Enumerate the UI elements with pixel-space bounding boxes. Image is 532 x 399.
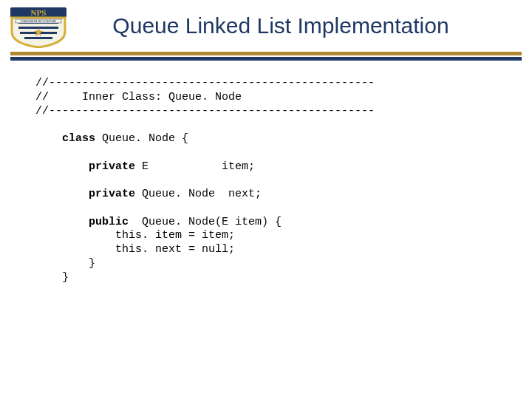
code-private1-keyword: private: [89, 160, 135, 173]
nps-logo: NPS PRAESTANTIA PER SCIENTIAM: [9, 6, 68, 49]
logo-motto-text: PRAESTANTIA PER SCIENTIAM: [21, 20, 56, 23]
slide: NPS PRAESTANTIA PER SCIENTIAM Queue Link…: [0, 0, 532, 399]
shield-icon: NPS PRAESTANTIA PER SCIENTIAM: [10, 7, 67, 48]
code-ctor-body1: this. item = item;: [115, 229, 235, 242]
code-private2-keyword: private: [89, 188, 135, 200]
svg-rect-4: [24, 37, 52, 39]
code-class-decl: Queue. Node {: [95, 132, 188, 145]
title-underline: [10, 52, 522, 61]
code-class-keyword: class: [62, 132, 95, 145]
code-comment-label: // Inner Class: Queue. Node: [35, 91, 242, 103]
code-block: //--------------------------------------…: [35, 77, 502, 284]
code-ctor-decl: Queue. Node(E item) {: [129, 216, 282, 228]
code-public-keyword: public: [89, 216, 129, 228]
code-close-inner: }: [89, 257, 95, 270]
code-field1: E item;: [135, 160, 255, 173]
code-comment-sep-top: //--------------------------------------…: [35, 77, 375, 89]
slide-title: Queue Linked List Implementation: [68, 6, 523, 38]
slide-header: NPS PRAESTANTIA PER SCIENTIAM Queue Link…: [0, 0, 532, 49]
logo-top-text: NPS: [31, 8, 47, 17]
code-close-outer: }: [62, 271, 69, 284]
code-field2: Queue. Node next;: [135, 188, 262, 200]
code-comment-sep-bot: //--------------------------------------…: [35, 105, 375, 117]
slide-content: //--------------------------------------…: [0, 61, 532, 284]
code-ctor-body2: this. next = null;: [115, 243, 235, 256]
rule-gold: [10, 52, 522, 55]
